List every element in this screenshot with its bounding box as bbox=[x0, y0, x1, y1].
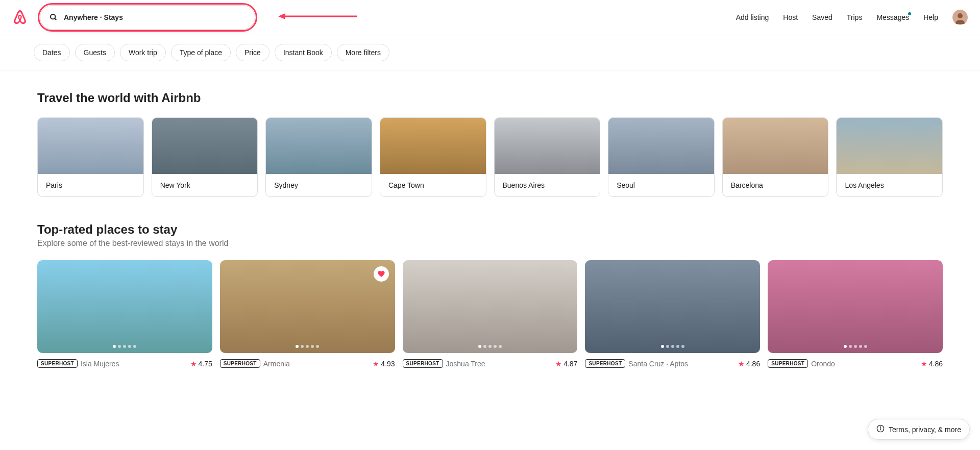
listing-location: Joshua Tree bbox=[446, 360, 485, 368]
annotation-arrow bbox=[278, 11, 357, 23]
filter-price[interactable]: Price bbox=[236, 44, 270, 61]
notification-dot-icon bbox=[908, 12, 911, 15]
destination-image bbox=[266, 118, 372, 174]
heart-icon bbox=[377, 270, 385, 278]
listing-rating: ★ 4.87 bbox=[555, 360, 577, 368]
destination-card-seoul[interactable]: Seoul bbox=[608, 117, 715, 197]
star-icon: ★ bbox=[921, 360, 927, 368]
listing-card[interactable]: SUPERHOST Santa Cruz · Aptos ★ 4.86 bbox=[585, 260, 760, 368]
listing-location: Armenia bbox=[263, 360, 290, 368]
listing-card[interactable]: SUPERHOST Armenia ★ 4.93 bbox=[220, 260, 395, 368]
destination-label: Seoul bbox=[608, 174, 714, 196]
search-text: Anywhere · Stays bbox=[64, 13, 123, 21]
star-icon: ★ bbox=[190, 360, 197, 368]
filter-dates[interactable]: Dates bbox=[34, 44, 70, 61]
listing-meta: SUPERHOST Santa Cruz · Aptos ★ 4.86 bbox=[585, 359, 760, 368]
listing-image bbox=[37, 260, 212, 353]
svg-marker-3 bbox=[278, 13, 285, 19]
listing-meta: SUPERHOST Orondo ★ 4.86 bbox=[768, 359, 943, 368]
destination-label: Barcelona bbox=[723, 174, 828, 196]
travel-section-title: Travel the world with Airbnb bbox=[37, 91, 943, 105]
listing-location: Santa Cruz · Aptos bbox=[628, 360, 688, 368]
listing-meta: SUPERHOST Joshua Tree ★ 4.87 bbox=[403, 359, 578, 368]
listing-meta: SUPERHOST Armenia ★ 4.93 bbox=[220, 359, 395, 368]
star-icon: ★ bbox=[555, 360, 562, 368]
filter-work-trip[interactable]: Work trip bbox=[120, 44, 166, 61]
header: Anywhere · Stays Add listing Host Saved … bbox=[0, 0, 980, 35]
filter-instant-book[interactable]: Instant Book bbox=[275, 44, 332, 61]
nav-help[interactable]: Help bbox=[916, 7, 945, 28]
superhost-badge: SUPERHOST bbox=[403, 359, 443, 368]
filter-type-of-place[interactable]: Type of place bbox=[171, 44, 231, 61]
destination-card-sydney[interactable]: Sydney bbox=[265, 117, 372, 197]
listing-rating: ★ 4.86 bbox=[738, 360, 760, 368]
destinations-row: Paris New York Sydney Cape Town Buenos A… bbox=[37, 117, 943, 197]
destination-card-barcelona[interactable]: Barcelona bbox=[722, 117, 829, 197]
destination-image bbox=[723, 118, 828, 174]
svg-point-5 bbox=[958, 13, 963, 18]
search-wrapper: Anywhere · Stays bbox=[40, 5, 255, 30]
listing-location: Orondo bbox=[811, 360, 835, 368]
travel-section: Travel the world with Airbnb Paris New Y… bbox=[0, 70, 980, 202]
listing-image bbox=[403, 260, 578, 353]
airbnb-logo[interactable] bbox=[12, 9, 28, 26]
destination-label: New York bbox=[152, 174, 258, 196]
nav-add-listing[interactable]: Add listing bbox=[729, 7, 776, 28]
rating-value: 4.75 bbox=[199, 360, 212, 368]
destination-image bbox=[495, 118, 600, 174]
search-bar[interactable]: Anywhere · Stays bbox=[40, 5, 255, 30]
carousel-dots bbox=[113, 345, 136, 348]
svg-line-1 bbox=[55, 18, 56, 20]
star-icon: ★ bbox=[738, 360, 745, 368]
listing-rating: ★ 4.93 bbox=[373, 360, 395, 368]
listing-image bbox=[585, 260, 760, 353]
listing-image bbox=[220, 260, 395, 353]
destination-card-paris[interactable]: Paris bbox=[37, 117, 144, 197]
destination-image bbox=[380, 118, 486, 174]
destination-image bbox=[608, 118, 714, 174]
listing-rating: ★ 4.75 bbox=[190, 360, 212, 368]
superhost-badge: SUPERHOST bbox=[585, 359, 625, 368]
nav-saved[interactable]: Saved bbox=[805, 7, 840, 28]
carousel-dots bbox=[844, 345, 867, 348]
listing-card[interactable]: SUPERHOST Joshua Tree ★ 4.87 bbox=[403, 260, 578, 368]
destination-card-capetown[interactable]: Cape Town bbox=[380, 117, 486, 197]
destination-label: Paris bbox=[38, 174, 143, 196]
nav-host[interactable]: Host bbox=[776, 7, 805, 28]
nav-messages[interactable]: Messages bbox=[869, 7, 916, 28]
superhost-badge: SUPERHOST bbox=[768, 359, 808, 368]
rating-value: 4.86 bbox=[929, 360, 943, 368]
destination-card-buenosaires[interactable]: Buenos Aires bbox=[494, 117, 601, 197]
carousel-dots bbox=[661, 345, 684, 348]
listing-card[interactable]: SUPERHOST Isla Mujeres ★ 4.75 bbox=[37, 260, 212, 368]
destination-card-losangeles[interactable]: Los Angeles bbox=[836, 117, 943, 197]
top-rated-title: Top-rated places to stay bbox=[37, 222, 943, 237]
destination-label: Buenos Aires bbox=[495, 174, 600, 196]
header-nav: Add listing Host Saved Trips Messages He… bbox=[729, 7, 968, 28]
carousel-dots bbox=[296, 345, 319, 348]
top-rated-subtitle: Explore some of the best-reviewed stays … bbox=[37, 239, 943, 248]
save-heart-button[interactable] bbox=[374, 266, 389, 282]
listing-rating: ★ 4.86 bbox=[921, 360, 943, 368]
filter-more-filters[interactable]: More filters bbox=[337, 44, 389, 61]
user-avatar[interactable] bbox=[952, 10, 968, 25]
star-icon: ★ bbox=[373, 360, 379, 368]
search-icon bbox=[50, 13, 58, 21]
listing-card[interactable]: SUPERHOST Orondo ★ 4.86 bbox=[768, 260, 943, 368]
superhost-badge: SUPERHOST bbox=[37, 359, 78, 368]
nav-messages-label: Messages bbox=[876, 13, 909, 21]
svg-point-0 bbox=[51, 14, 55, 19]
destination-image bbox=[38, 118, 143, 174]
superhost-badge: SUPERHOST bbox=[220, 359, 260, 368]
destination-card-newyork[interactable]: New York bbox=[152, 117, 258, 197]
nav-trips[interactable]: Trips bbox=[840, 7, 870, 28]
filter-guests[interactable]: Guests bbox=[75, 44, 115, 61]
listing-image bbox=[768, 260, 943, 353]
carousel-dots bbox=[478, 345, 502, 348]
rating-value: 4.87 bbox=[564, 360, 577, 368]
destination-image bbox=[837, 118, 942, 174]
listings-row: SUPERHOST Isla Mujeres ★ 4.75 bbox=[37, 260, 943, 368]
destination-label: Sydney bbox=[266, 174, 372, 196]
top-rated-section: Top-rated places to stay Explore some of… bbox=[0, 202, 980, 373]
listing-meta: SUPERHOST Isla Mujeres ★ 4.75 bbox=[37, 359, 212, 368]
